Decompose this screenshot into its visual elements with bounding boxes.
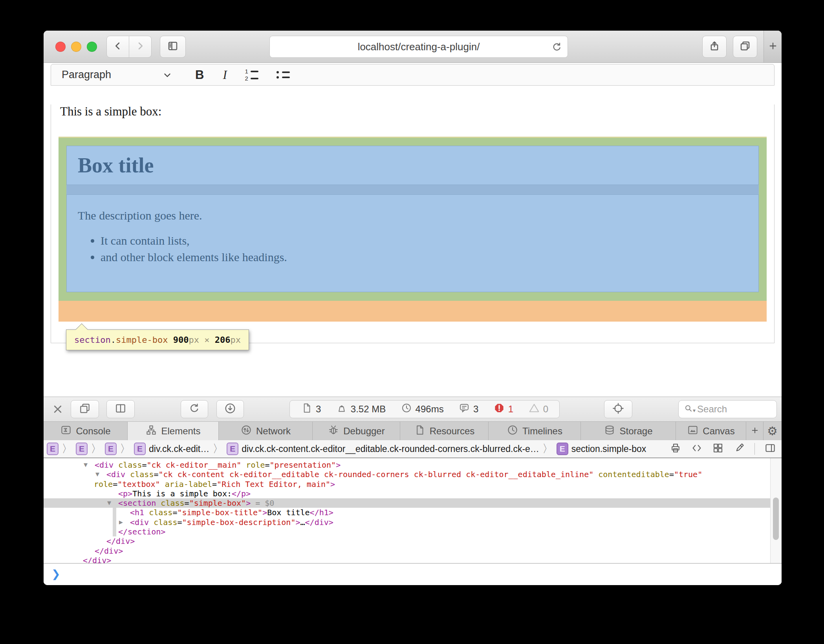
tab-storage[interactable]: Storage (581, 422, 676, 440)
error-count-stat[interactable]: 1 (493, 402, 513, 416)
dock-side-button[interactable] (106, 400, 135, 418)
dom-tree-scrollbar[interactable] (770, 458, 782, 563)
disclosure-open-icon[interactable]: ▼ (95, 470, 99, 479)
overlap-highlight-overlay: Box title The description goes here. It … (66, 146, 759, 292)
numbered-list-button[interactable]: 1 2 (244, 69, 258, 80)
detach-inspector-button[interactable] (71, 400, 99, 418)
breadcrumb-item[interactable]: E (47, 443, 59, 455)
tab-timelines[interactable]: Timelines (489, 422, 581, 440)
console-prompt-icon[interactable]: ❯ (51, 568, 60, 580)
scrollbar-thumb[interactable] (773, 498, 779, 540)
address-input[interactable] (270, 36, 568, 57)
console-icon (60, 424, 72, 438)
add-tab-button[interactable] (746, 422, 764, 440)
disclosure-open-icon[interactable]: ▼ (84, 460, 88, 470)
element-picker-button[interactable] (604, 400, 632, 418)
chevron-right-icon: 〉 (542, 441, 553, 456)
search-scope-chevron-icon[interactable]: ▾ (693, 407, 696, 413)
inspector-search-field[interactable]: ▾ (678, 400, 777, 418)
disclosure-closed-icon[interactable]: ▶ (119, 518, 123, 527)
search-icon (683, 403, 694, 415)
quick-console[interactable]: ❯ (44, 563, 782, 585)
simple-box-description[interactable]: The description goes here. It can contai… (66, 194, 759, 292)
dom-tree-row[interactable]: <h1 class="simple-box-title">Box title</… (44, 508, 782, 517)
dom-tree-row-selected[interactable]: ▼<section class="simple-box"> = $0 (44, 498, 782, 508)
search-input[interactable] (697, 404, 776, 415)
breadcrumb-item[interactable]: E (105, 443, 117, 455)
dom-tree-row[interactable]: <p>This is a simple box:</p> (44, 489, 782, 498)
tab-debugger[interactable]: Debugger (313, 422, 400, 440)
disclosure-open-icon[interactable]: ▼ (107, 498, 111, 508)
dom-tree-row[interactable]: </div> (44, 556, 782, 563)
new-tab-button[interactable] (764, 31, 782, 62)
tooltip-unit: px (230, 335, 241, 345)
resources-icon (414, 424, 426, 438)
dom-tree-row[interactable]: </section> (44, 527, 782, 536)
zoom-window-button[interactable] (87, 42, 97, 52)
timelines-icon (507, 424, 518, 438)
breadcrumb-item[interactable]: Ediv.ck.ck-edit… (134, 443, 209, 455)
back-chevron-icon (112, 40, 123, 53)
network-icon (240, 424, 252, 438)
paintbrush-icon[interactable] (733, 442, 745, 456)
dom-tree-row[interactable]: ▶<div class="simple-box-description">…</… (44, 518, 782, 527)
page-viewport: Paragraph B I 1 2 This is a simple box: … (44, 63, 782, 397)
bold-button[interactable]: B (195, 68, 204, 82)
transfer-size-stat[interactable]: 3.52 MB (336, 402, 386, 416)
details-sidebar-toggle-icon[interactable] (764, 442, 776, 456)
share-button[interactable] (702, 36, 727, 58)
dom-tree-row[interactable]: </div> (44, 546, 782, 556)
grid-layout-icon[interactable] (712, 442, 724, 456)
elements-icon (145, 424, 157, 438)
address-bar[interactable] (269, 36, 568, 58)
margin-highlight-overlay (59, 301, 767, 322)
breadcrumb-item[interactable]: Ediv.ck.ck-content.ck-editor__editable.c… (227, 443, 539, 455)
dom-tree-row[interactable]: ▼<div class="ck ck-editor__main" role="p… (44, 460, 782, 470)
list-item[interactable]: It can contain lists, (101, 234, 758, 247)
rich-text-editable-area[interactable]: This is a simple box: Box title The desc… (51, 104, 775, 343)
sidebar-toggle-button[interactable] (160, 36, 186, 58)
divider (754, 443, 755, 455)
warning-triangle-icon (528, 402, 540, 416)
load-time-stat[interactable]: 496ms (401, 402, 444, 416)
breadcrumb-item[interactable]: E (76, 443, 88, 455)
print-icon[interactable] (670, 442, 681, 456)
tab-elements[interactable]: Elements (128, 422, 219, 440)
tab-canvas[interactable]: Canvas (676, 422, 746, 440)
tooltip-times: × (199, 335, 215, 345)
console-message-count-stat[interactable]: 3 (458, 402, 478, 416)
clock-icon (401, 402, 412, 416)
forward-button[interactable] (129, 36, 152, 58)
settings-gear-icon[interactable]: ⚙ (764, 422, 781, 440)
tab-resources[interactable]: Resources (400, 422, 489, 440)
warning-count-stat[interactable]: 0 (528, 402, 548, 416)
inspector-toolbar: 3 3.52 MB 496ms 3 1 (44, 397, 782, 421)
resource-count-stat[interactable]: 3 (301, 402, 321, 416)
italic-button[interactable]: I (223, 68, 227, 82)
plus-icon (750, 426, 760, 437)
reload-page-button[interactable] (181, 400, 208, 418)
breadcrumb-item[interactable]: Esection.simple-box (557, 443, 646, 455)
minimize-window-button[interactable] (71, 42, 81, 52)
description-list: It can contain lists,and other block ele… (78, 234, 758, 264)
tabs-icon (739, 40, 751, 53)
back-button[interactable] (106, 36, 129, 58)
bulleted-list-button[interactable] (276, 71, 290, 79)
tab-network[interactable]: Network (219, 422, 313, 440)
chevron-right-icon: 〉 (212, 441, 223, 456)
close-window-button[interactable] (55, 42, 66, 52)
dom-tree-row[interactable]: role="textbox" aria-label="Rich Text Edi… (44, 479, 782, 489)
download-page-button[interactable] (216, 400, 244, 418)
tab-overview-button[interactable] (733, 36, 757, 58)
dom-tree-row[interactable]: </div> (44, 536, 782, 546)
close-inspector-button[interactable] (51, 402, 64, 416)
chevron-down-icon[interactable] (162, 70, 172, 80)
reload-icon[interactable] (551, 41, 563, 53)
code-brackets-icon[interactable] (691, 442, 703, 456)
dom-tree-row[interactable]: ▼<div class="ck ck-content ck-editor__ed… (44, 470, 782, 479)
tab-console[interactable]: Console (44, 422, 128, 440)
intro-paragraph[interactable]: This is a simple box: (60, 104, 767, 119)
list-item[interactable]: and other block elements like headings. (101, 251, 758, 264)
simple-box-title[interactable]: Box title (66, 146, 759, 185)
paragraph-style-dropdown[interactable]: Paragraph (62, 69, 111, 81)
